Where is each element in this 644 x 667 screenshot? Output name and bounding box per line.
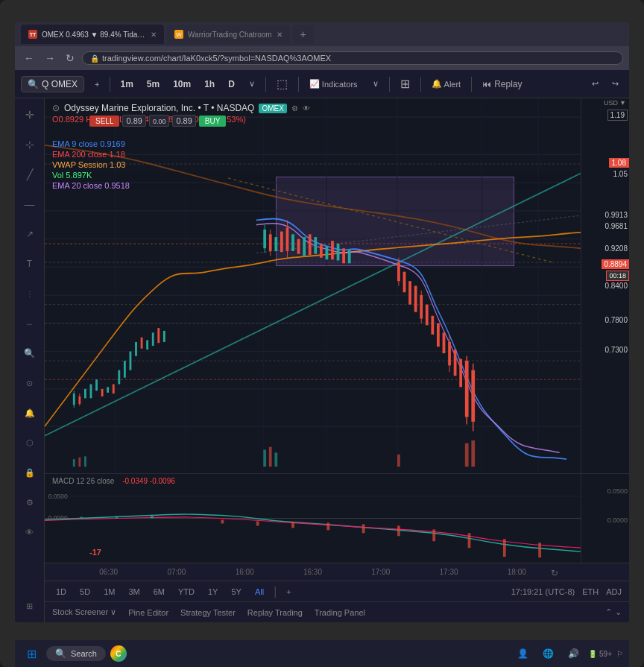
time-refresh-icon[interactable]: ↻ — [551, 568, 558, 578]
svg-rect-71 — [426, 305, 429, 326]
macd-level-0000: 0.0000 — [607, 516, 628, 524]
chart-settings-icon[interactable]: ⚙ — [291, 104, 298, 113]
settings-tool[interactable]: ⚙ — [19, 492, 40, 513]
period-3m[interactable]: 3M — [124, 586, 143, 598]
vol-value: 5.897K — [66, 171, 92, 180]
price-type-btn[interactable]: ⬚ — [272, 75, 292, 93]
tab-close-omex[interactable]: ✕ — [151, 31, 157, 39]
trading-panel-link[interactable]: Trading Panel — [315, 608, 365, 617]
add-period-btn[interactable]: + — [282, 586, 294, 598]
symbol-search[interactable]: 🔍 Q OMEX — [21, 76, 84, 92]
buy-button[interactable]: BUY — [199, 116, 227, 127]
replay-icon: ⏮ — [482, 79, 491, 89]
back-button[interactable]: ← — [21, 51, 37, 66]
cursor-tool[interactable]: ✛ — [19, 104, 40, 125]
extra-tool[interactable]: ⊞ — [19, 595, 40, 616]
pattern-tool[interactable]: ⬡ — [19, 432, 40, 453]
time-1730: 17:30 — [414, 568, 482, 576]
timeframe-more[interactable]: ∨ — [244, 77, 259, 91]
ema200-label: EMA 200 close 1.18 — [52, 150, 130, 159]
svg-rect-88 — [274, 452, 277, 467]
undo-button[interactable]: ↩ — [587, 77, 603, 91]
ray-tool[interactable]: ↗ — [19, 224, 40, 244]
timeframe-1m[interactable]: 1m — [116, 77, 136, 92]
tab-label-warrior: WarriorTrading Chatroom — [188, 31, 272, 39]
line-tool[interactable]: ╱ — [19, 164, 40, 185]
period-5d[interactable]: 5D — [76, 586, 94, 598]
taskbar-volume-icon[interactable]: 🔊 — [563, 643, 584, 664]
price-0-8894: 0.8894 — [602, 259, 629, 269]
period-all[interactable]: All — [251, 586, 268, 598]
pine-editor-link[interactable]: Pine Editor — [128, 608, 168, 617]
horizontal-line-tool[interactable]: — — [19, 194, 40, 215]
currency-label[interactable]: USD ▼ — [604, 99, 626, 107]
zoom-tool[interactable]: 🔍 — [19, 343, 40, 364]
svg-rect-101 — [291, 522, 294, 528]
period-1d[interactable]: 1D — [52, 586, 70, 598]
alert-line-tool[interactable]: 🔔 — [19, 402, 40, 423]
layout-button[interactable]: ⊞ — [396, 75, 414, 93]
period-1m[interactable]: 1M — [100, 586, 119, 598]
refresh-button[interactable]: ↻ — [63, 51, 78, 66]
indicators-button[interactable]: 📈 Indicators — [305, 77, 362, 91]
timeframe-5m[interactable]: 5m — [143, 77, 163, 92]
timestamp: 17:19:21 (UTC-8) — [511, 587, 575, 596]
timeframe-d[interactable]: D — [224, 77, 239, 92]
chart-icon: 📈 — [309, 79, 320, 89]
svg-rect-105 — [432, 529, 435, 541]
nav-up-btn[interactable]: ⌃ — [605, 607, 612, 617]
tab-close-warrior[interactable]: ✕ — [277, 31, 282, 39]
indicators-overlay: EMA 9 close 0.9169 EMA 200 close 1.18 VW… — [52, 139, 130, 192]
replay-label: Replay — [494, 79, 522, 89]
forward-button[interactable]: → — [42, 51, 58, 66]
windows-start-button[interactable]: ⊞ — [21, 643, 42, 664]
redo-button[interactable]: ↪ — [607, 77, 623, 91]
symbol-full: ⊙ Odyssey Marine Exploration, Inc. • T •… — [52, 103, 310, 113]
taskbar-search-bar[interactable]: 🔍 Search — [46, 646, 106, 661]
chart-main[interactable]: ⊙ Odyssey Marine Exploration, Inc. • T •… — [45, 98, 581, 473]
fib-tool[interactable]: ⋮ — [19, 283, 40, 304]
svg-rect-40 — [141, 338, 143, 349]
strategy-tester-link[interactable]: Strategy Tester — [180, 608, 236, 617]
address-bar[interactable]: 🔒 tradingview.com/chart/IaK0xck5/?symbol… — [82, 51, 623, 65]
price-0-9913: 0.9913 — [604, 211, 628, 219]
replay-trading-link[interactable]: Replay Trading — [247, 608, 303, 617]
svg-rect-57 — [314, 237, 317, 254]
taskbar-battery-icon[interactable]: 🔋 59+ — [588, 650, 612, 658]
measure-tool[interactable]: ↔ — [19, 313, 40, 334]
svg-rect-32 — [95, 379, 98, 391]
time-1700: 17:00 — [347, 568, 414, 576]
taskbar-user-icon[interactable]: 👤 — [512, 643, 533, 664]
replay-button[interactable]: ⏮ Replay — [478, 77, 526, 92]
macd-price-axis: 0.0500 0.0000 — [581, 474, 629, 563]
crosshair-tool[interactable]: ⊹ — [19, 134, 40, 155]
taskbar-network-icon[interactable]: 🌐 — [537, 643, 558, 664]
timeframe-10m[interactable]: 10m — [169, 77, 195, 92]
new-tab-button[interactable]: + — [293, 25, 314, 44]
timeframe-1h[interactable]: 1h — [201, 77, 218, 92]
lock-tool[interactable]: 🔒 — [19, 462, 40, 483]
magnet-tool[interactable]: ⊙ — [19, 373, 40, 393]
tab-omex[interactable]: TT OMEX 0.4963 ▼ 89.4% Tidak c ✕ — [21, 25, 164, 44]
indicators-dropdown[interactable]: ∨ — [368, 77, 383, 91]
alert-button[interactable]: 🔔 Alert — [427, 77, 466, 91]
stock-screener-link[interactable]: Stock Screener ∨ — [52, 607, 116, 617]
chart-visible-icon[interactable]: 👁 — [303, 104, 310, 113]
sell-label: SELL — [95, 117, 113, 125]
tab-favicon-omex: TT — [28, 30, 37, 39]
eye-tool[interactable]: 👁 — [19, 522, 40, 543]
period-6m[interactable]: 6M — [150, 586, 168, 598]
text-tool[interactable]: T — [19, 253, 40, 274]
period-ytd[interactable]: YTD — [174, 586, 198, 598]
nav-down-btn[interactable]: ⌄ — [615, 607, 622, 617]
time-0630: 06:30 — [75, 568, 142, 576]
add-symbol-button[interactable]: + — [90, 78, 104, 91]
separator-6 — [471, 77, 472, 92]
period-5y[interactable]: 5Y — [227, 586, 244, 598]
taskbar-chrome-icon[interactable]: C — [110, 645, 127, 662]
taskbar-notification-btn[interactable]: ⚐ — [616, 650, 623, 658]
tab-warrior[interactable]: W WarriorTrading Chatroom ✕ — [167, 25, 290, 44]
period-bar: 1D 5D 1M 3M 6M YTD 1Y 5Y All | + 17:19:2… — [45, 581, 629, 601]
sell-button[interactable]: SELL — [89, 116, 119, 127]
period-1y[interactable]: 1Y — [204, 586, 221, 598]
